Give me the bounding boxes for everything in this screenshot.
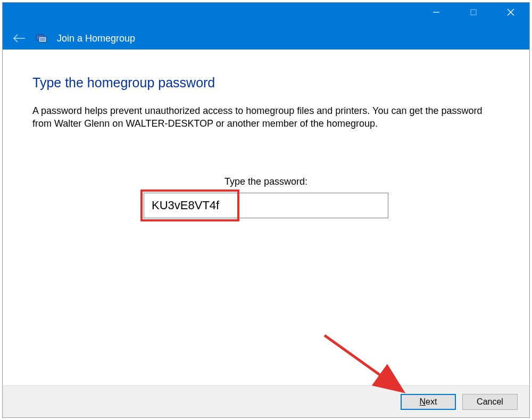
back-arrow-icon <box>12 34 26 43</box>
minimize-icon <box>433 9 440 16</box>
password-input-wrap <box>144 193 388 218</box>
next-button-hotkey: N <box>420 397 426 407</box>
dialog-window: Join a Homegroup Type the homegroup pass… <box>2 2 530 418</box>
homegroup-icon <box>36 32 47 44</box>
window-title: Join a Homegroup <box>57 33 135 44</box>
password-input[interactable] <box>144 193 388 218</box>
svg-rect-7 <box>40 38 45 41</box>
titlebar: Join a Homegroup <box>3 3 529 50</box>
password-block: Type the password: <box>32 176 500 218</box>
footer: Next Cancel <box>3 385 529 417</box>
next-button[interactable]: Next <box>401 394 456 410</box>
close-icon <box>506 8 515 17</box>
cancel-button[interactable]: Cancel <box>462 394 518 410</box>
page-description: A password helps prevent unauthorized ac… <box>32 104 495 130</box>
content-area: Type the homegroup password A password h… <box>3 50 529 385</box>
minimize-button[interactable] <box>418 3 455 22</box>
password-label: Type the password: <box>32 176 500 187</box>
svg-rect-1 <box>471 10 476 15</box>
next-button-rest: ext <box>426 397 437 407</box>
back-button[interactable] <box>12 34 26 43</box>
close-button[interactable] <box>492 3 529 22</box>
maximize-icon <box>470 9 477 16</box>
window-controls <box>418 3 529 22</box>
page-heading: Type the homegroup password <box>32 75 500 90</box>
header-row: Join a Homegroup <box>12 32 135 44</box>
maximize-button[interactable] <box>455 3 492 22</box>
